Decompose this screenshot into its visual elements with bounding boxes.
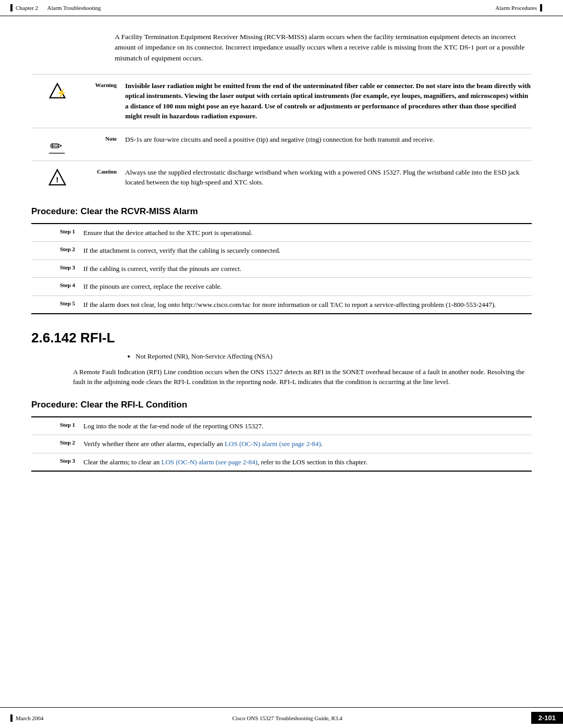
page-number: 2-101 xyxy=(531,712,563,724)
list-item: Not Reported (NR), Non-Service Affecting… xyxy=(136,351,532,362)
warning-icon: ⚡ xyxy=(48,82,67,101)
rfi-section-heading: 2.6.142 RFI-L xyxy=(31,330,532,346)
step-text: If the attachment is correct, verify tha… xyxy=(83,245,532,256)
warning-text: Invisible laser radiation might be emitt… xyxy=(125,81,532,121)
los-link-step2[interactable]: LOS (OC-N) alarm (see page 2-84) xyxy=(225,440,321,448)
caution-label: Caution xyxy=(83,167,125,175)
note-label: Note xyxy=(83,134,125,142)
step-text: Log into the node at the far-end node of… xyxy=(83,421,532,431)
note-block: ✏ Note DS-1s are four-wire circuits and … xyxy=(31,128,532,161)
table-row: Step 5 If the alarm does not clear, log … xyxy=(31,296,532,314)
note-icon-col: ✏ xyxy=(31,134,83,154)
rcvr-procedure-table: Step 1 Ensure that the device attached t… xyxy=(31,223,532,315)
header-chapter: Chapter 2 xyxy=(16,5,38,11)
los-link-step3[interactable]: LOS (OC-N) alarm (see page 2-84) xyxy=(161,458,257,466)
caution-icon-col: ! xyxy=(31,167,83,187)
step-label: Step 2 xyxy=(31,245,83,252)
warning-block: ⚡ Warning Invisible laser radiation migh… xyxy=(31,74,532,128)
footer-date: March 2004 xyxy=(16,715,43,721)
header-right: Alarm Procedures xyxy=(495,4,542,11)
rfi-description: A Remote Fault Indication (RFI) Line con… xyxy=(73,367,532,387)
page-footer: March 2004 Cisco ONS 15327 Troubleshooti… xyxy=(0,707,563,728)
header-chapter-sub: Alarm Troubleshooting xyxy=(47,5,101,11)
table-row: Step 1 Log into the node at the far-end … xyxy=(31,417,532,436)
caution-text: Always use the supplied electrostatic di… xyxy=(125,167,532,188)
header-right-label: Alarm Procedures xyxy=(495,5,537,11)
table-row: Step 2 If the attachment is correct, ver… xyxy=(31,242,532,260)
table-row: Step 4 If the pinouts are correct, repla… xyxy=(31,278,532,296)
step-label: Step 1 xyxy=(31,228,83,235)
rcvr-procedure-heading: Procedure: Clear the RCVR-MISS Alarm xyxy=(31,206,532,219)
main-content: A Facility Termination Equipment Receive… xyxy=(0,16,563,498)
step-text: If the cabling is correct, verify that t… xyxy=(83,264,532,274)
header-bar-left xyxy=(10,4,13,11)
step-label: Step 1 xyxy=(31,421,83,428)
note-icon: ✏ xyxy=(49,135,66,154)
note-text: DS-1s are four-wire circuits and need a … xyxy=(125,134,532,145)
table-row: Step 1 Ensure that the device attached t… xyxy=(31,224,532,242)
header-left: Chapter 2 Alarm Troubleshooting xyxy=(10,4,101,11)
footer-left: March 2004 xyxy=(10,714,43,722)
rfi-procedure-table: Step 1 Log into the node at the far-end … xyxy=(31,416,532,472)
page-header: Chapter 2 Alarm Troubleshooting Alarm Pr… xyxy=(0,0,563,16)
table-row: Step 2 Verify whether there are other al… xyxy=(31,435,532,453)
svg-text:✏: ✏ xyxy=(50,138,62,154)
header-bar-right xyxy=(540,4,542,11)
footer-bar xyxy=(10,714,13,722)
step-label: Step 3 xyxy=(31,264,83,270)
warning-icon-col: ⚡ xyxy=(31,81,83,101)
step-label: Step 2 xyxy=(31,439,83,446)
warning-label: Warning xyxy=(83,81,125,88)
rfi-bullet-list: Not Reported (NR), Non-Service Affecting… xyxy=(125,351,532,362)
footer-title: Cisco ONS 15327 Troubleshooting Guide, R… xyxy=(232,715,342,721)
step-text: Ensure that the device attached to the X… xyxy=(83,228,532,238)
step-label: Step 4 xyxy=(31,281,83,288)
step-text: Verify whether there are other alarms, e… xyxy=(83,439,532,449)
step-text: Clear the alarms; to clear an LOS (OC-N)… xyxy=(83,457,532,467)
intro-paragraph: A Facility Termination Equipment Receive… xyxy=(115,32,532,64)
svg-text:⚡: ⚡ xyxy=(56,88,67,98)
caution-icon: ! xyxy=(48,168,67,187)
table-row: Step 3 Clear the alarms; to clear an LOS… xyxy=(31,453,532,471)
rfi-procedure-heading: Procedure: Clear the RFI-L Condition xyxy=(31,400,532,412)
step-label: Step 5 xyxy=(31,300,83,306)
table-row: Step 3 If the cabling is correct, verify… xyxy=(31,260,532,278)
step-text: If the pinouts are correct, replace the … xyxy=(83,281,532,292)
step-label: Step 3 xyxy=(31,457,83,464)
caution-block: ! Caution Always use the supplied electr… xyxy=(31,161,532,194)
svg-text:!: ! xyxy=(56,175,58,184)
step-text: If the alarm does not clear, log onto ht… xyxy=(83,300,532,310)
